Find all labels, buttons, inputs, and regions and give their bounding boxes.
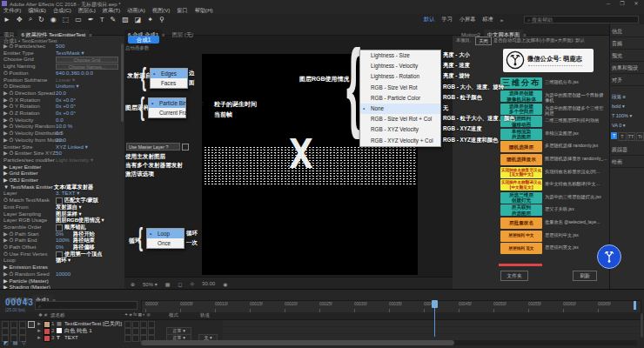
layer-expander-icon[interactable]: ► [37, 334, 42, 341]
playhead-handle[interactable] [432, 300, 438, 308]
tool-icon-4[interactable]: ◉ [50, 16, 57, 23]
dock-lower-tab-1[interactable]: 绘画 [612, 158, 643, 166]
rgb-menu-item-5[interactable]: ▪None [360, 104, 440, 114]
rgb-menu-item-2[interactable]: Lightness - Rotation [360, 71, 440, 82]
tool-icon-8[interactable]: T [100, 16, 104, 23]
rgb-menu-item-6[interactable]: RGB - Size Vel Rot + Col [360, 114, 440, 124]
tool-icon-5[interactable]: ⬚ [63, 16, 70, 23]
rgb-menu-item-0[interactable]: Lightness - Size [360, 50, 440, 61]
help-search-input[interactable]: ⌕ 搜索帮助 [524, 16, 639, 23]
timeline-footer-icon-2[interactable]: ▽ [22, 339, 26, 345]
timeline-footer-icon-1[interactable]: ▤ [13, 339, 18, 345]
tool-icon-1[interactable]: ✥ [17, 16, 23, 23]
comp-name-chip[interactable]: 合成1 [128, 36, 159, 44]
close-button[interactable]: ✕ [630, 0, 642, 7]
col-trkmat[interactable]: 轨道 [200, 312, 210, 318]
tool-icon-11[interactable]: ◪ [135, 16, 142, 23]
rgb-menu-item-8[interactable]: RGB - XYZ Velocity + Col [360, 136, 440, 146]
col-source-name[interactable]: 源名称 [50, 312, 65, 318]
viewer-bar-item-2[interactable]: ▦ [165, 281, 171, 287]
tool-icon-0[interactable]: ► [3, 16, 10, 23]
dock-tab-0[interactable]: 信息 [612, 28, 643, 36]
folder-button[interactable]: 文件夹 [500, 271, 528, 281]
dock-char-row-3[interactable]: VA 0 ▾ [612, 123, 643, 128]
effect-button[interactable]: Choose Names... [56, 64, 118, 70]
work-area-end-marker[interactable] [634, 301, 636, 310]
horizontal-scrollbar-thumb[interactable] [141, 340, 454, 345]
dock-char-row-1[interactable]: bold ▾ [612, 104, 643, 109]
workspace-tab-2[interactable]: 小屏幕 [460, 16, 476, 23]
rgb-menu-item-4[interactable]: RGB - Particle Color [360, 93, 440, 104]
workspace-overflow-icon[interactable]: » [500, 17, 503, 23]
viewer-bar-item-4[interactable]: ⟐ [190, 281, 194, 287]
comp-panel-menu-icon[interactable]: ≡ [162, 32, 164, 37]
current-frame-display[interactable]: 00043 [5, 298, 34, 307]
layer-row-1[interactable]: ►2白色 纯色 1正常 ▾ [0, 327, 222, 334]
dock-tab-3[interactable]: 效果和预设 [612, 64, 643, 72]
tool-icon-7[interactable]: ✒ [88, 16, 94, 23]
char-toggle-1[interactable]: T [618, 132, 626, 141]
dock-char-row-2[interactable]: T 100% ▾ [612, 113, 643, 118]
effects-scrollbar[interactable] [121, 44, 124, 122]
script-hint-button[interactable]: 关闭 [475, 37, 492, 45]
timeline-footer-icon-0[interactable]: ◩ [3, 339, 9, 345]
col-mode[interactable]: 模式 [169, 312, 178, 318]
layer-row-0[interactable]: ►1▦TextEmitterTest [已关闭] [0, 320, 222, 327]
switch-cell-0[interactable] [124, 335, 131, 342]
callout-menu-item-2-1[interactable]: Once [147, 238, 184, 248]
rgb-menu-item-3[interactable]: RGB - Size Vel Rot [360, 83, 440, 93]
script-button-4[interactable]: 单独渲染所选图层 [500, 129, 542, 140]
refresh-button[interactable]: 刷新 [573, 271, 597, 281]
callout-menu-item-0-0[interactable]: ▪Edges [151, 69, 187, 78]
script-button-10[interactable]: 层关联到所选图层 [500, 204, 542, 216]
tool-icon-12[interactable]: ✦ [147, 16, 153, 23]
viewer-bar-item-5[interactable]: 30.00 [202, 281, 215, 286]
use-master-layer-row[interactable]: Use Master Layer ? [126, 143, 180, 151]
tool-icon-2[interactable]: ⌕ [29, 15, 32, 23]
script-button-6[interactable]: 随机选择显示 [500, 154, 542, 165]
switch-cell-1[interactable] [132, 335, 139, 342]
rgb-menu-item-7[interactable]: RGB - XYZ Velocity [360, 124, 440, 135]
callout-menu-item-1-1[interactable]: Current Frame [149, 108, 185, 117]
timeline-search-input[interactable]: ⌕ [35, 301, 138, 310]
time-ruler[interactable]: 00000f00005f00010f00015f00020f00025f0003… [141, 300, 641, 313]
callout-menu-item-2-0[interactable]: ▪Loop [147, 229, 184, 238]
tool-icon-6[interactable]: ▭ [75, 16, 82, 23]
viewer-bar-item-3[interactable]: ◻ [178, 281, 182, 287]
workspace-tab-3[interactable]: 标准 [482, 16, 493, 23]
tool-icon-10[interactable]: ▨ [122, 16, 129, 23]
script-button-0[interactable]: 三维分布 [500, 77, 542, 89]
callout-menu-item-0-1[interactable]: Faces [151, 78, 187, 88]
script-button-5[interactable]: 随机选择层 [500, 141, 542, 152]
workspace-tab-0[interactable]: 默认 [424, 16, 434, 23]
script-button-13[interactable]: 层层排列 英文 [500, 243, 542, 254]
layer-color-swatch[interactable] [44, 335, 50, 342]
tool-icon-3[interactable]: ↻ [38, 16, 44, 23]
char-toggle-2[interactable]: TT [627, 132, 635, 141]
script-button-2[interactable]: 选择层创建多个空间层 [500, 104, 542, 115]
script-button-7[interactable]: 实现特效名称显示汉化【英文翻中文】 [500, 167, 542, 178]
dock-tab-2[interactable]: 预览 [612, 52, 643, 60]
viewer-bar-item-6[interactable]: ◉ [223, 281, 227, 287]
layer-expander-icon[interactable]: ► [37, 320, 42, 327]
restore-button[interactable]: ❐ [616, 0, 628, 7]
viewer-bar-item-0[interactable]: ⊕ [131, 281, 135, 287]
layer-name[interactable]: TextEmitterTest [已关闭] [64, 320, 122, 327]
script-button-8[interactable]: 实现插件名称翻译汉化【中文翻英文】 [500, 179, 542, 191]
tool-icon-9[interactable]: ✎ [111, 16, 117, 23]
char-toggle-3[interactable]: Tt [636, 132, 644, 141]
script-button-11[interactable]: 层批量改名 [500, 218, 542, 229]
use-master-layer-checkbox[interactable] [182, 144, 189, 151]
script-button-1[interactable]: 选择层创建摄像机目标体 [500, 90, 542, 102]
dock-tab-4[interactable]: 对齐 [612, 77, 643, 84]
vertical-scrollbar[interactable] [641, 313, 643, 338]
viewer-bar-item-1[interactable]: 50% ▾ [143, 281, 158, 287]
script-button-12[interactable]: 层层排列 中文 [500, 231, 542, 242]
layer-name[interactable]: TEXT [64, 334, 78, 341]
rgb-menu-item-1[interactable]: Lightness - Velocity [360, 61, 440, 71]
tab-layer-viewer[interactable]: 图层 (无) [169, 30, 197, 40]
dock-char-row-0[interactable]: 段落 ≡ [612, 94, 643, 100]
script-button-9[interactable]: 所选三维层创建灯光 [500, 192, 542, 204]
dock-lower-tab-0[interactable]: 跟踪器 [612, 146, 643, 154]
panel-menu-icon[interactable]: ≡ [89, 32, 91, 37]
